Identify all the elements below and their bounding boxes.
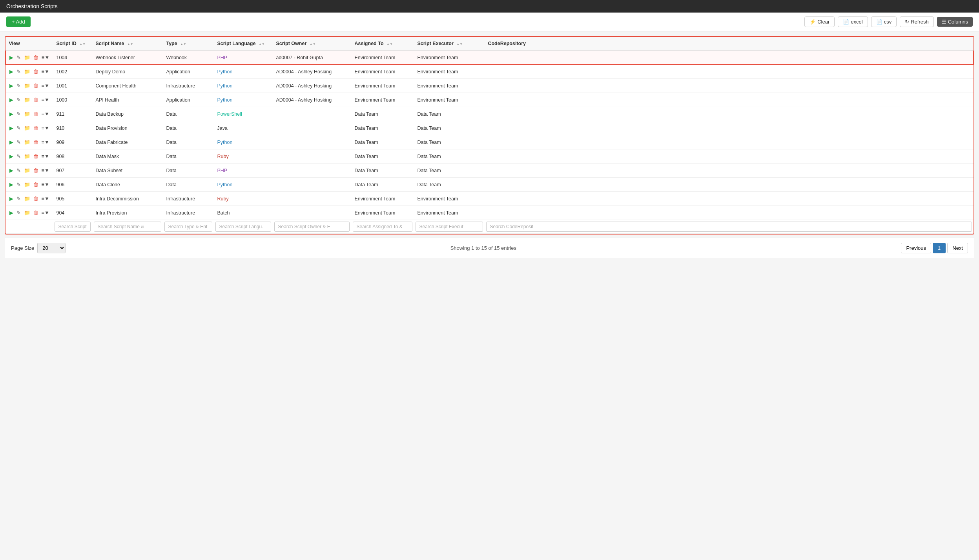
menu-icon[interactable]: ≡▼: [41, 125, 50, 131]
add-button[interactable]: + Add: [6, 16, 31, 27]
menu-icon[interactable]: ≡▼: [41, 209, 50, 216]
col-code-repository[interactable]: CodeRepository: [485, 37, 973, 51]
col-type[interactable]: Type ▲▼: [163, 37, 214, 51]
play-icon[interactable]: ▶: [9, 139, 14, 145]
col-script-name[interactable]: Script Name ▲▼: [92, 37, 163, 51]
search-owner-input[interactable]: [274, 222, 350, 232]
edit-icon[interactable]: ✎: [16, 125, 21, 131]
menu-icon[interactable]: ≡▼: [41, 82, 50, 89]
edit-icon[interactable]: ✎: [16, 209, 21, 216]
folder-icon[interactable]: 📁: [24, 181, 31, 188]
play-icon[interactable]: ▶: [9, 68, 14, 75]
delete-icon[interactable]: 🗑: [33, 111, 39, 117]
page-1-button[interactable]: 1: [933, 243, 946, 253]
clear-button[interactable]: ⚡ Clear: [804, 16, 835, 27]
delete-icon[interactable]: 🗑: [33, 82, 39, 89]
edit-icon[interactable]: ✎: [16, 167, 21, 174]
edit-icon[interactable]: ✎: [16, 111, 21, 117]
delete-icon[interactable]: 🗑: [33, 195, 39, 202]
menu-icon[interactable]: ≡▼: [41, 68, 50, 75]
folder-icon[interactable]: 📁: [24, 54, 31, 61]
row-actions: ▶ ✎ 📁 🗑 ≡▼: [6, 135, 53, 149]
edit-icon[interactable]: ✎: [16, 68, 21, 75]
play-icon[interactable]: ▶: [9, 96, 14, 103]
search-repository-input[interactable]: [486, 222, 972, 232]
search-assigned-input[interactable]: [353, 222, 412, 232]
menu-icon[interactable]: ≡▼: [41, 139, 50, 145]
delete-icon[interactable]: 🗑: [33, 68, 39, 75]
folder-icon[interactable]: 📁: [24, 111, 31, 117]
col-assigned-to[interactable]: Assigned To ▲▼: [351, 37, 414, 51]
footer: Page Size 20 50 100 Showing 1 to 15 of 1…: [5, 238, 974, 258]
next-button[interactable]: Next: [947, 243, 968, 253]
col-script-id[interactable]: Script ID ▲▼: [53, 37, 92, 51]
search-script-id-input[interactable]: [55, 222, 91, 232]
columns-button[interactable]: ☰ Columns: [937, 17, 973, 27]
delete-icon[interactable]: 🗑: [33, 54, 39, 61]
edit-icon[interactable]: ✎: [16, 181, 21, 188]
cell-script-id: 1001: [53, 79, 92, 93]
previous-button[interactable]: Previous: [901, 243, 931, 253]
menu-icon[interactable]: ≡▼: [41, 96, 50, 103]
folder-icon[interactable]: 📁: [24, 209, 31, 216]
menu-icon[interactable]: ≡▼: [41, 111, 50, 117]
cell-script-id: 1004: [53, 51, 92, 65]
row-actions: ▶ ✎ 📁 🗑 ≡▼: [6, 65, 53, 79]
col-script-language[interactable]: Script Language ▲▼: [214, 37, 273, 51]
delete-icon[interactable]: 🗑: [33, 96, 39, 103]
play-icon[interactable]: ▶: [9, 153, 14, 160]
col-script-owner[interactable]: Script Owner ▲▼: [273, 37, 351, 51]
search-script-name-input[interactable]: [94, 222, 161, 232]
cell-script-id: 907: [53, 164, 92, 178]
edit-icon[interactable]: ✎: [16, 195, 21, 202]
search-type-input[interactable]: [164, 222, 212, 232]
menu-icon[interactable]: ≡▼: [41, 195, 50, 202]
refresh-button[interactable]: ↻ Refresh: [900, 16, 934, 27]
col-script-executor[interactable]: Script Executor ▲▼: [414, 37, 485, 51]
search-language-input[interactable]: [215, 222, 271, 232]
cell-assigned-to: Data Team: [351, 164, 414, 178]
delete-icon[interactable]: 🗑: [33, 153, 39, 160]
search-executor-input[interactable]: [416, 222, 483, 232]
play-icon[interactable]: ▶: [9, 195, 14, 202]
folder-icon[interactable]: 📁: [24, 139, 31, 145]
play-icon[interactable]: ▶: [9, 82, 14, 89]
row-actions: ▶ ✎ 📁 🗑 ≡▼: [6, 164, 53, 178]
folder-icon[interactable]: 📁: [24, 153, 31, 160]
edit-icon[interactable]: ✎: [16, 96, 21, 103]
play-icon[interactable]: ▶: [9, 54, 14, 61]
cell-type: Webhook: [163, 51, 214, 65]
folder-icon[interactable]: 📁: [24, 82, 31, 89]
page-size-select[interactable]: 20 50 100: [37, 243, 66, 253]
folder-icon[interactable]: 📁: [24, 125, 31, 131]
excel-button[interactable]: 📄 excel: [838, 16, 868, 27]
play-icon[interactable]: ▶: [9, 125, 14, 131]
play-icon[interactable]: ▶: [9, 167, 14, 174]
play-icon[interactable]: ▶: [9, 209, 14, 216]
menu-icon[interactable]: ≡▼: [41, 54, 50, 61]
folder-icon[interactable]: 📁: [24, 195, 31, 202]
play-icon[interactable]: ▶: [9, 111, 14, 117]
play-icon[interactable]: ▶: [9, 181, 14, 188]
menu-icon[interactable]: ≡▼: [41, 167, 50, 174]
menu-icon[interactable]: ≡▼: [41, 181, 50, 188]
delete-icon[interactable]: 🗑: [33, 167, 39, 174]
delete-icon[interactable]: 🗑: [33, 139, 39, 145]
delete-icon[interactable]: 🗑: [33, 181, 39, 188]
csv-button[interactable]: 📄 csv: [871, 16, 897, 27]
cell-script-name: Infra Decommission: [92, 192, 163, 206]
delete-icon[interactable]: 🗑: [33, 209, 39, 216]
delete-icon[interactable]: 🗑: [33, 125, 39, 131]
table-row: ▶ ✎ 📁 🗑 ≡▼ 911 Data Backup Data PowerShe…: [6, 107, 974, 121]
cell-code-repository: [485, 149, 973, 164]
cell-script-executor: Data Team: [414, 135, 485, 149]
folder-icon[interactable]: 📁: [24, 96, 31, 103]
edit-icon[interactable]: ✎: [16, 82, 21, 89]
folder-icon[interactable]: 📁: [24, 68, 31, 75]
folder-icon[interactable]: 📁: [24, 167, 31, 174]
edit-icon[interactable]: ✎: [16, 54, 21, 61]
menu-icon[interactable]: ≡▼: [41, 153, 50, 160]
edit-icon[interactable]: ✎: [16, 153, 21, 160]
cell-script-id: 909: [53, 135, 92, 149]
edit-icon[interactable]: ✎: [16, 139, 21, 145]
